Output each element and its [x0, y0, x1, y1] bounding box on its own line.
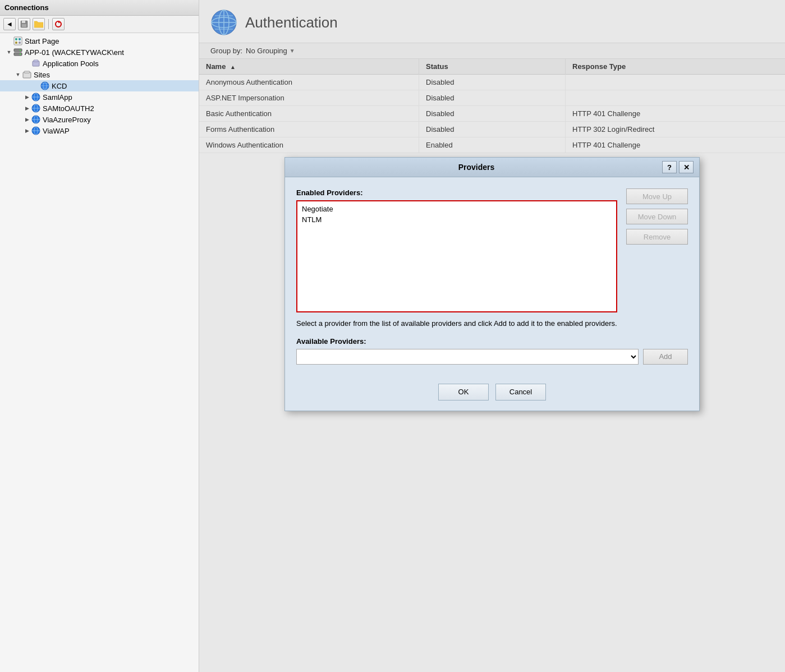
- samtoauth-icon: [31, 104, 40, 113]
- modal-titlebar: Providers ? ✕: [285, 158, 699, 177]
- remove-button[interactable]: Remove: [626, 229, 688, 245]
- expander-server[interactable]: ▼: [4, 48, 13, 57]
- enabled-providers-label: Enabled Providers:: [296, 188, 617, 197]
- expander-viaazure[interactable]: ▶: [22, 115, 31, 124]
- modal-title: Providers: [291, 163, 662, 172]
- svg-point-14: [20, 54, 21, 55]
- refresh-button[interactable]: [52, 18, 65, 30]
- samlapp-icon: [31, 93, 40, 102]
- connections-title: Connections: [4, 3, 49, 12]
- viaazure-icon: [31, 115, 40, 124]
- back-button[interactable]: ◄: [3, 18, 16, 30]
- expander-samlapp[interactable]: ▶: [22, 93, 31, 102]
- svg-rect-9: [15, 42, 17, 44]
- enabled-providers-listbox[interactable]: NegotiateNTLM: [296, 200, 617, 312]
- expander-samtoauth[interactable]: ▶: [22, 104, 31, 113]
- svg-rect-1: [22, 21, 25, 23]
- toolbar: ◄: [0, 16, 199, 33]
- expander-kcd: [31, 81, 40, 90]
- modal-titlebar-buttons: ? ✕: [662, 161, 694, 173]
- providers-left: Enabled Providers: NegotiateNTLM: [296, 188, 617, 312]
- viaazure-label: ViaAzureProxy: [43, 116, 91, 124]
- tree-item-sites[interactable]: ▼ Sites: [0, 69, 199, 80]
- modal-footer: OK Cancel: [285, 376, 699, 411]
- expander-sites[interactable]: ▼: [13, 70, 22, 79]
- viawap-icon: [31, 126, 40, 135]
- modal-body: Enabled Providers: NegotiateNTLM Move Up…: [285, 177, 699, 376]
- folder-button[interactable]: [33, 18, 45, 30]
- kcd-label: KCD: [52, 82, 67, 90]
- tree-item-viawap[interactable]: ▶ ViaWAP: [0, 125, 199, 136]
- expander-start: [4, 36, 13, 45]
- ok-button[interactable]: OK: [438, 384, 489, 401]
- tree-item-samtoauth[interactable]: ▶ SAMtoOAUTH2: [0, 103, 199, 114]
- modal-help-button[interactable]: ?: [662, 161, 677, 173]
- save-button[interactable]: [18, 18, 30, 30]
- modal-overlay: Providers ? ✕ Enabled Providers: Negotia…: [199, 0, 785, 672]
- svg-rect-18: [24, 71, 30, 73]
- tree-item-start-page[interactable]: Start Page: [0, 35, 199, 47]
- server-label: APP-01 (WACKETYWACK\ent: [25, 48, 124, 57]
- app-pools-icon: [31, 59, 40, 68]
- svg-rect-2: [22, 24, 26, 27]
- available-providers-row: Add: [296, 349, 688, 365]
- tree-item-kcd[interactable]: KCD: [0, 80, 199, 91]
- start-page-icon: [13, 36, 22, 45]
- modal-content: Enabled Providers: NegotiateNTLM Move Up…: [296, 188, 688, 312]
- move-up-button[interactable]: Move Up: [626, 188, 688, 204]
- svg-rect-16: [34, 60, 38, 62]
- left-panel: Connections ◄: [0, 0, 199, 672]
- expander-app-pools: [22, 59, 31, 68]
- sites-label: Sites: [34, 71, 50, 79]
- app-pools-label: Application Pools: [43, 59, 99, 68]
- svg-rect-7: [15, 38, 17, 40]
- sites-icon: [22, 70, 31, 79]
- modal-close-button[interactable]: ✕: [679, 161, 694, 173]
- cancel-button[interactable]: Cancel: [495, 384, 546, 401]
- connections-header: Connections: [0, 0, 199, 16]
- provider-item[interactable]: NTLM: [300, 214, 614, 225]
- server-icon: [13, 48, 22, 57]
- tree-item-app-pools[interactable]: Application Pools: [0, 58, 199, 69]
- tree-item-viaazure[interactable]: ▶ ViaAzureProxy: [0, 114, 199, 125]
- available-providers-select[interactable]: [296, 349, 639, 365]
- providers-dialog: Providers ? ✕ Enabled Providers: Negotia…: [284, 157, 700, 411]
- samtoauth-label: SAMtoOAUTH2: [43, 104, 94, 113]
- viawap-label: ViaWAP: [43, 127, 70, 135]
- svg-rect-10: [19, 42, 21, 44]
- tree-item-samlapp[interactable]: ▶ SamlApp: [0, 91, 199, 103]
- expander-viawap[interactable]: ▶: [22, 126, 31, 135]
- tree: Start Page ▼ APP-01 (WACKETYWACK\ent: [0, 33, 199, 672]
- provider-item[interactable]: Negotiate: [300, 204, 614, 214]
- move-down-button[interactable]: Move Down: [626, 209, 688, 224]
- tree-item-server[interactable]: ▼ APP-01 (WACKETYWACK\ent: [0, 47, 199, 58]
- add-provider-button[interactable]: Add: [643, 349, 688, 365]
- right-panel: Authentication Group by: No Grouping ▼ N…: [199, 0, 785, 672]
- available-providers-label: Available Providers:: [296, 337, 688, 346]
- kcd-icon: [40, 81, 49, 90]
- svg-point-13: [20, 50, 21, 51]
- toolbar-separator: [48, 19, 49, 29]
- start-page-label: Start Page: [25, 37, 59, 45]
- providers-right: Move Up Move Down Remove: [626, 188, 688, 312]
- svg-rect-8: [19, 38, 21, 40]
- select-instructions: Select a provider from the list of avail…: [296, 318, 688, 329]
- samlapp-label: SamlApp: [43, 93, 72, 102]
